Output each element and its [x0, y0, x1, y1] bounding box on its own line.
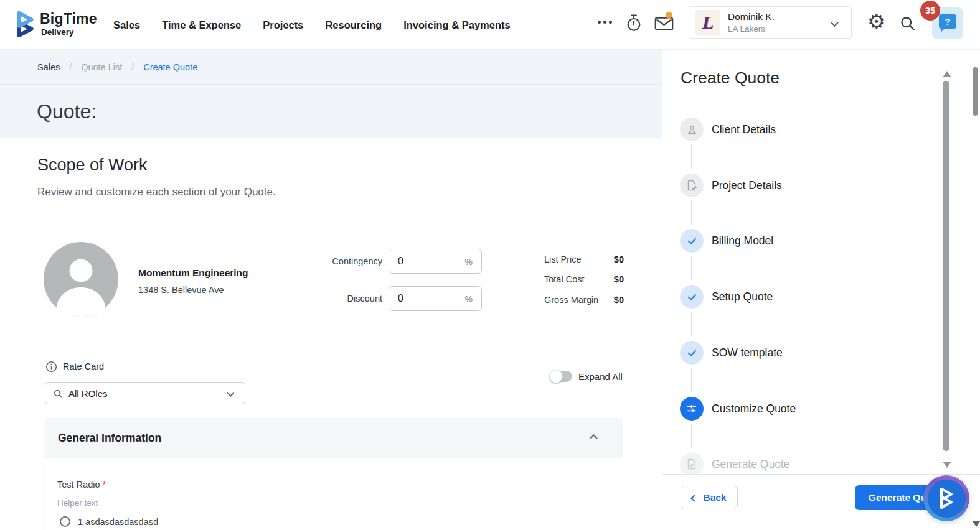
contingency-input-wrap: %: [389, 249, 482, 274]
app-window: BigTime Delivery Sales Time & Expense Pr…: [0, 0, 980, 530]
rate-card-dropdown[interactable]: All ROles: [45, 382, 245, 404]
back-button[interactable]: Back: [681, 486, 738, 509]
step-billing-model[interactable]: Billing Model: [662, 229, 936, 256]
client-name: Momentum Engineering: [138, 267, 248, 279]
expand-all-toggle[interactable]: [550, 371, 572, 382]
test-radio-label: Test Radio*: [57, 480, 106, 490]
scope-of-work-panel: Scope of Work Review and customize each …: [0, 138, 662, 530]
sidebar-scroll-down-arrow[interactable]: [943, 462, 951, 468]
main-nav: Sales Time & Expense Projects Resourcing…: [113, 0, 511, 50]
discount-label: Discount: [299, 294, 382, 304]
brand-name: BigTime: [40, 11, 97, 27]
nav-sales[interactable]: Sales: [113, 19, 140, 31]
radio-option[interactable]: 1 asdasdasdasdasd: [60, 516, 158, 527]
check-icon: [680, 229, 704, 253]
section-title: Scope of Work: [37, 156, 148, 175]
sliders-icon: [680, 397, 704, 421]
step-customize-quote[interactable]: Customize Quote: [662, 397, 936, 424]
total-cost-value: $0: [614, 274, 624, 284]
rate-card-label: Rate Card: [63, 361, 104, 371]
nav-resourcing[interactable]: Resourcing: [325, 19, 382, 31]
step-connector: [691, 368, 692, 392]
general-information-body: Test Radio* Helper text 1 asdasdasdasdas…: [45, 458, 623, 530]
sidebar-scrollbar-thumb[interactable]: [943, 81, 949, 451]
discount-input-wrap: %: [389, 286, 482, 311]
client-avatar: [44, 242, 118, 317]
chevron-up-icon: [590, 434, 598, 442]
breadcrumb-quote-list[interactable]: Quote List: [81, 62, 122, 72]
step-project-details[interactable]: Project Details: [662, 174, 936, 201]
page-title-band: Quote:: [0, 85, 662, 138]
section-subtitle: Review and customize each section of you…: [37, 186, 276, 198]
check-icon: [680, 285, 704, 309]
bigtime-assistant-button[interactable]: [923, 475, 969, 521]
search-icon[interactable]: [899, 15, 916, 34]
gear-icon[interactable]: ⚙: [867, 11, 886, 32]
nav-projects[interactable]: Projects: [263, 19, 303, 31]
helper-text: Helper text: [57, 498, 98, 508]
expand-all-label: Expand All: [578, 371, 623, 382]
help-notification-badge: 35: [920, 1, 940, 21]
user-menu[interactable]: L Dominik K. LA Lakers: [689, 6, 852, 39]
bigtime-logo-icon: [928, 480, 966, 518]
brand-subtitle: Delivery: [41, 27, 74, 37]
chevron-down-icon: [831, 19, 839, 27]
summary-row: List Price $0: [544, 254, 624, 264]
rate-card-selected-value: All ROles: [68, 388, 108, 399]
general-information-card: General Information Test Radio* Helper t…: [45, 418, 623, 530]
step-connector: [691, 424, 692, 448]
step-connector: [691, 201, 692, 225]
summary-row: Gross Margin $0: [544, 295, 624, 305]
breadcrumb-separator: /: [131, 62, 134, 72]
summary-row: Total Cost $0: [544, 274, 624, 284]
chevron-left-icon: [691, 495, 698, 501]
general-information-header[interactable]: General Information: [45, 418, 623, 458]
person-icon: [680, 118, 704, 141]
breadcrumb-sales[interactable]: Sales: [37, 62, 60, 72]
more-menu-icon[interactable]: [598, 21, 612, 24]
step-client-details[interactable]: Client Details: [662, 118, 936, 145]
mail-icon[interactable]: [654, 16, 674, 34]
step-connector: [691, 256, 692, 280]
contingency-label: Contingency: [299, 256, 382, 266]
document-edit-icon: [680, 174, 704, 197]
radio-option-label: 1 asdasdasdasdasd: [78, 517, 158, 527]
user-organization: LA Lakers: [728, 24, 775, 34]
step-sow-template[interactable]: SOW template: [662, 341, 936, 368]
general-information-title: General Information: [58, 432, 161, 445]
step-setup-quote[interactable]: Setup Quote: [662, 285, 936, 312]
info-icon[interactable]: [45, 361, 57, 375]
bigtime-logo-icon[interactable]: [14, 9, 37, 42]
breadcrumb-create-quote[interactable]: Create Quote: [143, 62, 197, 72]
timer-icon[interactable]: [625, 13, 643, 35]
check-icon: [680, 341, 704, 365]
user-avatar: L: [695, 10, 720, 35]
required-asterisk: *: [103, 480, 106, 490]
radio-button-icon[interactable]: [60, 516, 70, 527]
window-scrollbar-thumb[interactable]: [973, 67, 978, 116]
gross-margin-value: $0: [614, 295, 624, 305]
mail-notification-dot: [666, 12, 672, 19]
page-title: Quote:: [37, 100, 97, 123]
create-quote-wizard-panel: Create Quote Client Details Project Deta…: [662, 50, 980, 530]
discount-suffix: %: [465, 294, 473, 304]
wizard-footer: Back Generate Quote: [662, 474, 980, 530]
search-icon: [53, 389, 63, 401]
help-bubble-icon: ?: [939, 14, 956, 29]
client-address: 1348 S. Bellevue Ave: [138, 285, 224, 295]
breadcrumb: Sales / Quote List / Create Quote: [0, 50, 662, 85]
list-price-value: $0: [614, 254, 624, 264]
sidebar-scroll-up-arrow[interactable]: [943, 71, 951, 77]
wizard-title: Create Quote: [681, 68, 780, 88]
contingency-suffix: %: [465, 257, 473, 267]
nav-time-expense[interactable]: Time & Expense: [162, 19, 241, 31]
user-name: Dominik K.: [728, 11, 775, 22]
toggle-knob: [549, 370, 563, 383]
total-cost-label: Total Cost: [544, 274, 584, 284]
list-price-label: List Price: [544, 254, 582, 264]
step-connector: [691, 312, 692, 336]
step-connector: [691, 145, 692, 169]
nav-invoicing-payments[interactable]: Invoicing & Payments: [403, 19, 510, 31]
gross-margin-label: Gross Margin: [544, 295, 598, 305]
window-scroll-down-arrow[interactable]: [973, 521, 980, 527]
